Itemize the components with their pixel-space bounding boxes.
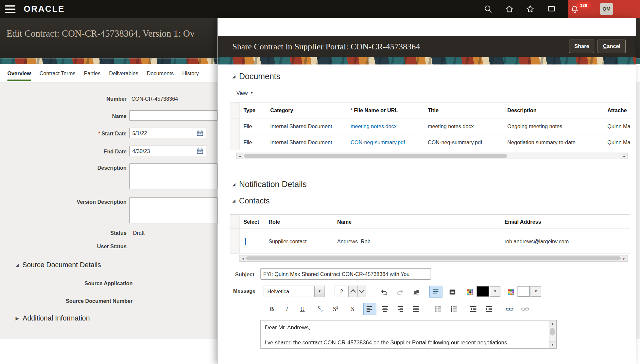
scroll-thumb[interactable] [244,154,507,158]
align-justify-button[interactable] [410,303,423,315]
background-color-button[interactable] [505,286,517,298]
message-textarea[interactable]: Dear Mr. Andrews, I've shared the contra… [260,320,557,348]
description-textarea[interactable] [130,163,218,189]
tab-documents[interactable]: Documents [147,64,174,82]
global-header: ORACLE 138 QM [0,0,640,18]
undo-button[interactable] [378,286,391,298]
align-left-button[interactable] [363,303,376,315]
end-date-picker-button[interactable] [196,147,204,155]
bullet-list-button[interactable] [432,303,445,315]
source-document-details-header[interactable]: ◢ Source Document Details [15,261,101,269]
subscript-button[interactable]: S2 [314,303,327,315]
scroll-right-button[interactable]: ► [621,255,627,261]
tab-parties[interactable]: Parties [84,64,101,82]
font-family-select[interactable]: Helvetica ▼ [264,286,325,297]
start-date-input[interactable] [130,128,206,138]
tab-deliverables[interactable]: Deliverables [109,64,138,82]
name-input[interactable] [130,110,218,121]
search-button[interactable] [483,4,493,14]
row-selector[interactable] [230,229,239,254]
cell-description: Negotiation summary to-date [503,134,603,150]
superscript-button[interactable]: S2 [329,303,342,315]
page-title: Edit Contract: CON-CR-45738364, Version … [7,28,195,39]
user-avatar[interactable]: QM [600,3,613,15]
required-marker: * [98,130,100,137]
additional-information-header[interactable]: ▶ Additional Information [15,314,90,322]
underline-button[interactable]: U [296,303,309,315]
font-color-dropdown-button[interactable]: ▼ [490,286,500,297]
strikethrough-button[interactable]: S [346,303,359,315]
align-center-icon [382,306,389,312]
col-email: Email Address [500,215,630,229]
share-button[interactable]: Share [569,40,595,53]
navigation-menu-button[interactable] [5,5,16,13]
file-link[interactable]: meeting notes.docx [351,123,397,129]
text-direction-rtl-button[interactable] [446,286,459,298]
tab-history[interactable]: History [182,64,199,82]
subject-label: Subject [230,271,254,278]
link-icon [506,307,513,311]
view-menu-button[interactable]: View ▼ [236,90,253,96]
message-v-scrollbar[interactable]: ▲ ▼ [549,321,556,348]
size-increase-button[interactable] [349,286,357,297]
italic-button[interactable]: I [280,303,293,315]
redo-button[interactable] [393,286,406,298]
notification-details-header[interactable]: ◢ Notification Details [232,180,307,189]
message-text: Dear Mr. Andrews, I've shared the contra… [265,324,546,347]
font-color-swatch-button[interactable] [477,286,489,297]
background-color-swatch-button[interactable] [518,286,530,297]
scroll-right-button[interactable]: ► [621,153,627,159]
worklist-button[interactable] [546,4,556,14]
bold-button[interactable]: B [265,303,278,315]
source-application-label: Source Application [51,280,133,286]
scroll-left-button[interactable]: ◄ [237,153,243,159]
clear-formatting-button[interactable] [410,286,423,298]
documents-h-scrollbar[interactable]: ◄ ► [236,153,628,159]
text-direction-ltr-button[interactable] [429,286,442,298]
scroll-thumb[interactable] [246,256,621,260]
cancel-button[interactable]: Cancel [598,40,626,53]
font-color-button[interactable] [464,286,476,298]
scroll-up-button[interactable]: ▲ [549,321,556,327]
align-center-button[interactable] [379,303,392,315]
scroll-down-button[interactable]: ▼ [549,341,556,348]
favorites-button[interactable] [525,4,535,14]
cell-file: meeting notes.docx [347,118,424,134]
documents-section-header[interactable]: ◢ Documents [232,72,280,81]
end-date-input[interactable] [130,146,206,156]
scroll-left-button[interactable]: ◄ [240,255,246,261]
size-decrease-button[interactable] [357,286,366,297]
indent-button[interactable] [482,303,495,315]
start-date-picker-button[interactable] [196,129,204,137]
tab-contract-terms[interactable]: Contract Terms [40,64,76,82]
insert-link-button[interactable] [503,303,516,315]
home-button[interactable] [505,4,514,14]
cell-title: CON-neg-summary.pdf [424,134,503,150]
document-row[interactable]: File Internal Shared Document meeting no… [230,118,630,134]
row-selector[interactable] [230,118,239,134]
scroll-thumb[interactable] [550,328,555,335]
contacts-h-scrollbar[interactable]: ◄ ► [239,255,628,262]
document-row[interactable]: File Internal Shared Document CON-neg-su… [230,134,630,150]
select-checkbox-checked[interactable] [245,238,245,245]
disclosure-expanded-icon: ◢ [15,263,19,267]
menu-bar [5,12,15,13]
numbered-list-button[interactable] [447,303,460,315]
font-size-input[interactable] [335,286,348,297]
chevron-up-icon [350,289,356,295]
contacts-section-title: Contacts [239,196,270,205]
calendar-icon [196,147,203,155]
row-selector[interactable] [230,134,239,150]
background-color-dropdown-button[interactable]: ▼ [531,286,541,297]
redo-icon [396,289,404,296]
outdent-button[interactable] [467,303,480,315]
subject-input[interactable] [260,268,431,280]
align-right-button[interactable] [394,303,407,315]
version-description-textarea[interactable] [130,197,218,223]
contacts-section-header[interactable]: ◢ Contacts [232,196,269,205]
contact-row[interactable]: Supplier contact Andrews ,Rob rob.andrew… [230,229,630,254]
tab-overview[interactable]: Overview [7,64,31,82]
disclosure-collapsed-icon: ▶ [15,316,19,321]
file-link[interactable]: CON-neg-summary.pdf [351,139,405,145]
remove-link-button[interactable] [518,303,531,315]
